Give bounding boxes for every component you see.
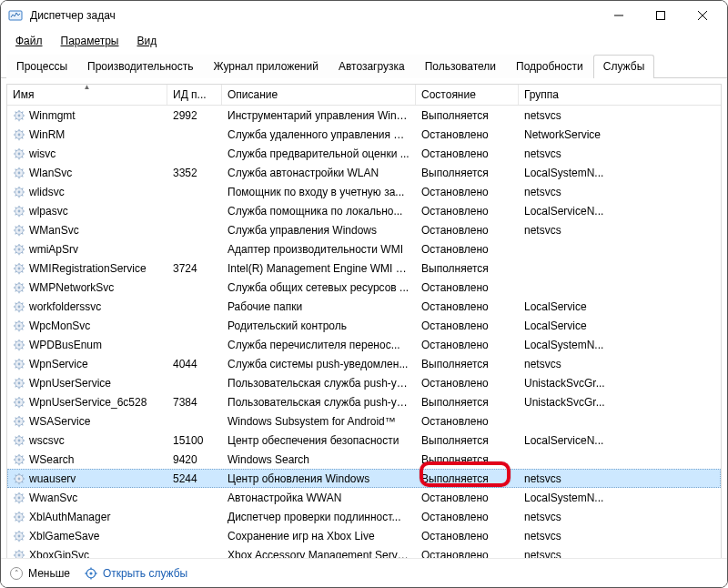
table-row[interactable]: XblAuthManagerДиспетчер проверки подлинн… — [7, 507, 721, 526]
table-row[interactable]: workfolderssvcРабочие папкиОстановленоLo… — [7, 297, 721, 316]
fewer-details-button[interactable]: ˄ Меньше — [10, 567, 70, 580]
svg-line-61 — [15, 207, 16, 208]
svg-point-166 — [18, 420, 21, 422]
tab-app-history[interactable]: Журнал приложений — [204, 55, 329, 78]
column-state[interactable]: Состояние — [416, 85, 519, 105]
table-row[interactable]: wscsvc15100Центр обеспечения безопасност… — [7, 431, 721, 450]
column-desc[interactable]: Описание — [222, 85, 416, 105]
svg-point-56 — [18, 209, 21, 212]
service-pid: 4044 — [167, 358, 222, 370]
open-services-link[interactable]: Открыть службы — [85, 567, 187, 580]
tab-services[interactable]: Службы — [593, 55, 654, 78]
service-desc: Помощник по входу в учетную за... — [222, 186, 416, 198]
service-state: Выполняется — [416, 396, 519, 409]
service-name: WpnUserService_6c528 — [29, 396, 147, 409]
svg-point-106 — [18, 305, 21, 308]
table-row[interactable]: WSearch9420Windows SearchВыполняется — [7, 450, 721, 469]
table-row[interactable]: wmiApSrvАдаптер производительности WMIОс… — [7, 239, 721, 259]
gear-icon — [13, 377, 25, 390]
column-group[interactable]: Группа — [519, 85, 677, 105]
service-group: netsvcs — [519, 511, 677, 523]
table-row[interactable]: Winmgmt2992Инструментарий управления Win… — [7, 106, 721, 125]
svg-line-103 — [15, 290, 16, 291]
minimize-button[interactable] — [598, 1, 640, 30]
svg-line-73 — [15, 233, 16, 234]
svg-line-124 — [22, 321, 23, 322]
tab-startup[interactable]: Автозагрузка — [329, 55, 415, 78]
menu-view[interactable]: Вид — [127, 32, 166, 50]
svg-line-44 — [22, 168, 23, 169]
svg-point-146 — [18, 381, 21, 384]
svg-line-152 — [22, 386, 23, 387]
table-row[interactable]: WManSvcСлужба управления WindowsОстановл… — [7, 220, 721, 239]
svg-line-241 — [15, 551, 16, 552]
svg-line-154 — [22, 379, 23, 380]
svg-line-71 — [15, 226, 16, 227]
table-row[interactable]: WwanSvcАвтонастройка WWANОстановленоLoca… — [7, 488, 721, 507]
tab-performance[interactable]: Производительность — [77, 55, 203, 78]
table-row[interactable]: wisvcСлужба предварительной оценки ...Ос… — [7, 144, 721, 163]
menubar: Файл Параметры Вид — [1, 30, 727, 52]
service-state: Выполняется — [416, 262, 519, 275]
column-pid[interactable]: ИД п... — [167, 85, 222, 105]
svg-line-171 — [15, 417, 16, 418]
sort-ascending-icon: ▲ — [84, 85, 91, 91]
table-row[interactable]: WSAServiceWindows Subsystem for Android™… — [7, 411, 721, 431]
menu-file[interactable]: Файл — [6, 32, 52, 50]
svg-line-202 — [22, 482, 23, 482]
maximize-button[interactable] — [640, 1, 682, 30]
tab-processes[interactable]: Процессы — [6, 55, 77, 78]
service-name: WpnService — [29, 358, 88, 370]
table-row[interactable]: XblGameSaveСохранение игр на Xbox LiveОс… — [7, 526, 721, 545]
svg-line-224 — [22, 512, 23, 513]
svg-line-34 — [22, 149, 23, 150]
table-row[interactable]: WpnService4044Служба системы push-уведом… — [7, 354, 721, 373]
close-button[interactable] — [682, 1, 723, 30]
service-state: Остановлено — [416, 300, 519, 313]
service-group: netsvcs — [519, 186, 677, 198]
service-state: Остановлено — [416, 147, 519, 160]
table-row[interactable]: WlanSvc3352Служба автонастройки WLANВыпо… — [7, 163, 721, 182]
svg-point-176 — [18, 439, 21, 441]
service-pid: 5244 — [167, 472, 222, 485]
svg-line-121 — [15, 321, 16, 322]
svg-line-111 — [15, 302, 16, 303]
svg-line-104 — [22, 283, 23, 284]
svg-line-84 — [22, 245, 23, 246]
tab-details[interactable]: Подробности — [506, 55, 593, 78]
service-group: netsvcs — [519, 109, 677, 122]
svg-point-16 — [18, 133, 21, 136]
table-row[interactable]: wlidsvcПомощник по входу в учетную за...… — [7, 182, 721, 201]
svg-line-184 — [22, 436, 23, 437]
svg-line-114 — [22, 302, 23, 303]
service-name: XblAuthManager — [29, 511, 110, 523]
table-row[interactable]: wuauserv5244Центр обновления WindowsВыпо… — [7, 469, 721, 488]
svg-line-182 — [22, 443, 23, 444]
svg-line-174 — [22, 417, 23, 418]
table-row[interactable]: wlpasvcСлужба помощника по локально...Ос… — [7, 201, 721, 220]
service-name: wscsvc — [29, 434, 65, 447]
service-state: Выполняется — [416, 434, 519, 447]
gear-icon — [13, 281, 25, 294]
column-name[interactable]: ▲ Имя — [7, 85, 167, 105]
svg-point-136 — [18, 362, 21, 365]
svg-line-12 — [22, 118, 23, 119]
svg-line-204 — [22, 474, 23, 475]
services-table: ▲ Имя ИД п... Описание Состояние Группа … — [6, 84, 722, 566]
svg-line-233 — [15, 539, 16, 540]
svg-point-216 — [18, 515, 21, 518]
table-row[interactable]: WpcMonSvcРодительский контрольОстановлен… — [7, 316, 721, 335]
table-row[interactable]: WpnUserService_6c5287384Пользовательская… — [7, 392, 721, 411]
gear-icon — [13, 205, 25, 218]
svg-line-173 — [15, 424, 16, 425]
table-row[interactable]: WMPNetworkSvcСлужба общих сетевых ресурс… — [7, 278, 721, 297]
menu-options[interactable]: Параметры — [52, 32, 128, 50]
service-group: netsvcs — [519, 147, 677, 160]
svg-line-112 — [22, 309, 23, 310]
table-row[interactable]: WpnUserServiceПользовательская служба pu… — [7, 373, 721, 392]
tab-users[interactable]: Пользователи — [415, 55, 506, 78]
table-row[interactable]: WPDBusEnumСлужба перечислителя перенос..… — [7, 335, 721, 354]
table-row[interactable]: WinRMСлужба удаленного управления W...Ос… — [7, 125, 721, 144]
service-state: Выполняется — [416, 472, 519, 485]
table-row[interactable]: WMIRegistrationService3724Intel(R) Manag… — [7, 259, 721, 278]
